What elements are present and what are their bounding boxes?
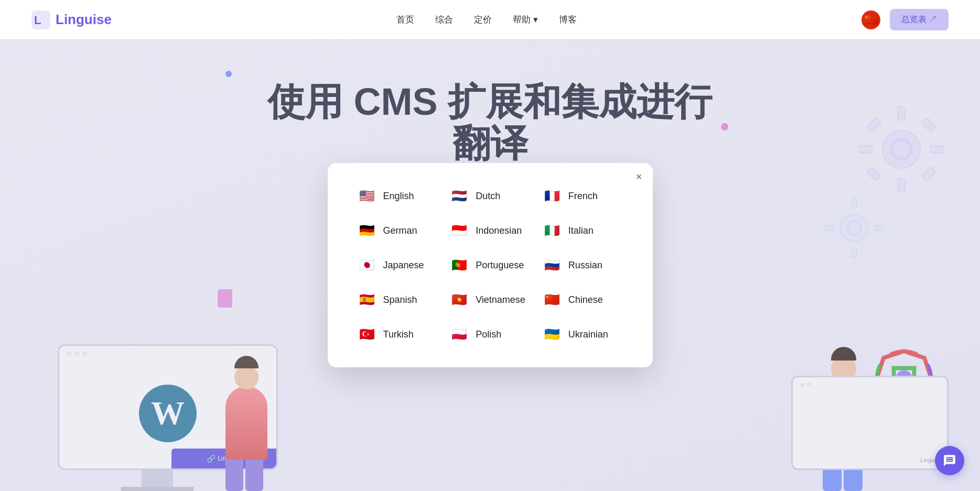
- chevron-down-icon: ▾: [533, 14, 538, 25]
- language-item-dutch[interactable]: 🇳🇱Dutch: [446, 184, 534, 208]
- lang-name-vietnamese: Vietnamese: [476, 294, 525, 305]
- flag-polish: 🇵🇱: [449, 324, 469, 344]
- flag-dutch: 🇳🇱: [449, 186, 469, 206]
- lang-name-spanish: Spanish: [383, 294, 417, 305]
- language-item-portuguese[interactable]: 🇵🇹Portuguese: [446, 253, 534, 277]
- modal-overlay: × 🇺🇸English🇳🇱Dutch🇫🇷French🇩🇪German🇮🇩Indo…: [0, 39, 980, 491]
- logo[interactable]: L Linguise: [31, 10, 112, 29]
- hero-section: 使用 CMS 扩展和集成进行翻译 将Linguise与最佳CMS插件和集成配合使…: [0, 39, 980, 491]
- modal-close-button[interactable]: ×: [636, 171, 642, 182]
- lang-name-portuguese: Portuguese: [476, 260, 524, 271]
- language-item-turkish[interactable]: 🇹🇷Turkish: [354, 322, 441, 346]
- lang-name-chinese: Chinese: [568, 294, 603, 305]
- lang-name-turkish: Turkish: [383, 329, 414, 340]
- nav-pricing[interactable]: 定价: [474, 14, 492, 26]
- language-item-russian[interactable]: 🇷🇺Russian: [539, 253, 627, 277]
- flag-turkish: 🇹🇷: [357, 324, 377, 344]
- flag-german: 🇩🇪: [357, 221, 377, 241]
- lang-name-dutch: Dutch: [476, 191, 500, 202]
- language-item-chinese[interactable]: 🇨🇳Chinese: [539, 288, 627, 312]
- lang-name-japanese: Japanese: [383, 260, 424, 271]
- flag-spanish: 🇪🇸: [357, 290, 377, 310]
- chat-button[interactable]: [935, 446, 964, 475]
- flag-french: 🇫🇷: [542, 186, 562, 206]
- flag-vietnamese: 🇻🇳: [449, 290, 469, 310]
- flag-chinese: 🇨🇳: [542, 290, 562, 310]
- svg-text:L: L: [34, 14, 41, 27]
- lang-name-polish: Polish: [476, 329, 501, 340]
- language-item-vietnamese[interactable]: 🇻🇳Vietnamese: [446, 288, 534, 312]
- nav-blog[interactable]: 博客: [559, 14, 577, 26]
- lang-name-ukrainian: Ukrainian: [568, 329, 608, 340]
- language-item-ukrainian[interactable]: 🇺🇦Ukrainian: [539, 322, 627, 346]
- navbar: L Linguise 首页 综合 定价 帮助 ▾ 博客 🇨🇳 总览表 ↗: [0, 0, 980, 39]
- lang-name-russian: Russian: [568, 260, 602, 271]
- nav-home[interactable]: 首页: [396, 14, 414, 26]
- language-item-indonesian[interactable]: 🇮🇩Indonesian: [446, 219, 534, 243]
- language-item-japanese[interactable]: 🇯🇵Japanese: [354, 253, 441, 277]
- language-grid: 🇺🇸English🇳🇱Dutch🇫🇷French🇩🇪German🇮🇩Indone…: [354, 184, 627, 346]
- brand-name: Linguise: [56, 12, 112, 28]
- flag-japanese: 🇯🇵: [357, 255, 377, 275]
- lang-name-french: French: [568, 191, 598, 202]
- language-item-french[interactable]: 🇫🇷French: [539, 184, 627, 208]
- flag-russian: 🇷🇺: [542, 255, 562, 275]
- flag-english: 🇺🇸: [357, 186, 377, 206]
- lang-name-italian: Italian: [568, 225, 594, 236]
- overview-button[interactable]: 总览表 ↗: [890, 9, 949, 30]
- nav-links: 首页 综合 定价 帮助 ▾ 博客: [396, 14, 577, 26]
- lang-name-english: English: [383, 191, 414, 202]
- lang-name-indonesian: Indonesian: [476, 225, 522, 236]
- flag-indonesian: 🇮🇩: [449, 221, 469, 241]
- nav-help[interactable]: 帮助 ▾: [513, 14, 538, 26]
- flag-italian: 🇮🇹: [542, 221, 562, 241]
- flag-ukrainian: 🇺🇦: [542, 324, 562, 344]
- nav-overview[interactable]: 综合: [435, 14, 453, 26]
- language-item-polish[interactable]: 🇵🇱Polish: [446, 322, 534, 346]
- language-modal: × 🇺🇸English🇳🇱Dutch🇫🇷French🇩🇪German🇮🇩Indo…: [328, 163, 653, 367]
- language-item-spanish[interactable]: 🇪🇸Spanish: [354, 288, 441, 312]
- flag-portuguese: 🇵🇹: [449, 255, 469, 275]
- language-item-italian[interactable]: 🇮🇹Italian: [539, 219, 627, 243]
- language-flag-button[interactable]: 🇨🇳: [861, 10, 880, 29]
- nav-right: 🇨🇳 总览表 ↗: [861, 9, 949, 30]
- lang-name-german: German: [383, 225, 417, 236]
- language-item-german[interactable]: 🇩🇪German: [354, 219, 441, 243]
- language-item-english[interactable]: 🇺🇸English: [354, 184, 441, 208]
